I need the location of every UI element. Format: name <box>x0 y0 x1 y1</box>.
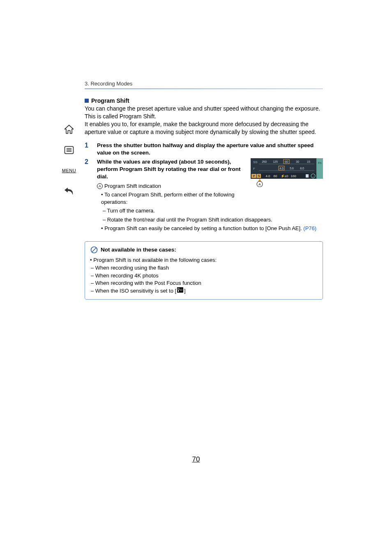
step-2-sub-a: AProgram Shift indication <box>97 182 247 190</box>
svg-marker-30 <box>258 179 261 181</box>
iso-label: ISO <box>180 288 182 293</box>
display-callout-a: A <box>258 182 261 186</box>
note-item-1: – When recording using the flash <box>90 264 318 272</box>
step-2-sub-c-text: Program Shift can easily be canceled by … <box>104 225 303 231</box>
note-lead-text: Program Shift is not available in the fo… <box>93 257 217 263</box>
svg-text:⇅: ⇅ <box>258 174 261 178</box>
note-item-4-pre: When the ISO sensitivity is set to [ <box>95 288 176 294</box>
note-item-2-text: When recording 4K photos <box>95 272 159 279</box>
step-2: 2 While the values are displayed (about … <box>85 158 323 232</box>
svg-rect-27 <box>306 174 309 178</box>
step-2-sub-b-text: To cancel Program Shift, perform either … <box>101 192 234 205</box>
step-2-sub-b1: – Turn off the camera. <box>97 207 247 215</box>
step-2-sub-b1-text: Turn off the camera. <box>107 208 155 214</box>
note-title: Not available in these cases: <box>101 247 176 253</box>
subheading-bullet-icon <box>85 99 89 103</box>
prohibit-icon <box>90 246 98 254</box>
svg-text:4.0: 4.0 <box>279 167 284 170</box>
svg-text:5.6: 5.6 <box>290 167 294 170</box>
page-reference-link[interactable]: (P76) <box>303 225 316 231</box>
step-2-sub-c: • Program Shift can easily be canceled b… <box>97 225 323 232</box>
svg-text:30: 30 <box>296 160 299 163</box>
contents-icon[interactable] <box>62 143 76 157</box>
step-2-sub-b2: – Rotate the front/rear dial until the P… <box>97 216 323 224</box>
svg-text:250: 250 <box>262 160 267 163</box>
step-1-text: Press the shutter button halfway and dis… <box>97 142 323 157</box>
step-2-sub-a-text: Program Shift indication <box>104 183 161 189</box>
svg-text:60: 60 <box>274 174 277 178</box>
step-1: 1 Press the shutter button halfway and d… <box>85 142 323 157</box>
main-content: 3. Recording Modes Program Shift You can… <box>85 81 323 300</box>
subheading-row: Program Shift <box>85 97 323 104</box>
ss-label: SS <box>253 160 258 164</box>
note-item-3-text: When recording with the Post Focus funct… <box>95 280 201 286</box>
intro-line-2: It enables you to, for example, make the… <box>85 121 316 135</box>
svg-text:⚡±0: ⚡±0 <box>281 174 288 178</box>
svg-text:8.0: 8.0 <box>300 167 304 170</box>
note-box: Not available in these cases: • Program … <box>85 241 323 300</box>
intro-line-1: You can change the preset aperture value… <box>85 105 320 120</box>
step-2-text: While the values are displayed (about 10… <box>97 158 247 181</box>
step-2-number: 2 <box>85 158 91 232</box>
note-item-4: – When the ISO sensitivity is set to [IS… <box>90 287 318 295</box>
auto-iso-icon: ISO <box>177 287 183 293</box>
svg-text:60: 60 <box>285 160 288 163</box>
chapter-label: 3. Recording Modes <box>85 81 323 87</box>
back-icon[interactable] <box>62 185 76 198</box>
callout-letter-a-icon: A <box>97 183 103 189</box>
chapter-rule <box>85 88 323 89</box>
sidebar-nav: MENU <box>61 123 77 198</box>
fn-label: Fn <box>318 162 321 164</box>
note-item-2: – When recording 4K photos <box>90 272 318 280</box>
home-icon[interactable] <box>62 123 76 136</box>
step-2-sub-b: • To cancel Program Shift, perform eithe… <box>97 191 247 205</box>
svg-text:15: 15 <box>307 160 310 163</box>
step-1-number: 1 <box>85 142 91 157</box>
svg-text:✓: ✓ <box>312 175 314 178</box>
note-lead: • Program Shift is not available in the … <box>90 256 318 264</box>
svg-text:160: 160 <box>291 174 296 178</box>
page-number[interactable]: 70 <box>0 455 392 464</box>
note-item-4-post: ] <box>184 288 186 294</box>
note-item-1-text: When recording using the flash <box>95 265 169 271</box>
step-2-body: While the values are displayed (about 10… <box>97 158 323 232</box>
steps-list: 1 Press the shutter button halfway and d… <box>85 142 323 232</box>
svg-text:125: 125 <box>273 160 278 163</box>
subheading: Program Shift <box>91 97 129 104</box>
svg-text:P: P <box>253 175 255 178</box>
camera-display-graphic: Fn SS 250 125 60 30 15 <box>251 158 323 215</box>
intro-paragraph: You can change the preset aperture value… <box>85 105 323 136</box>
note-item-3: – When recording with the Post Focus fun… <box>90 279 318 287</box>
svg-text:4.0: 4.0 <box>265 174 270 178</box>
menu-link[interactable]: MENU <box>62 164 76 177</box>
svg-line-33 <box>92 248 96 252</box>
f-label: F <box>253 167 255 171</box>
step-2-sub-b2-text: Rotate the front/rear dial until the Pro… <box>107 217 272 223</box>
